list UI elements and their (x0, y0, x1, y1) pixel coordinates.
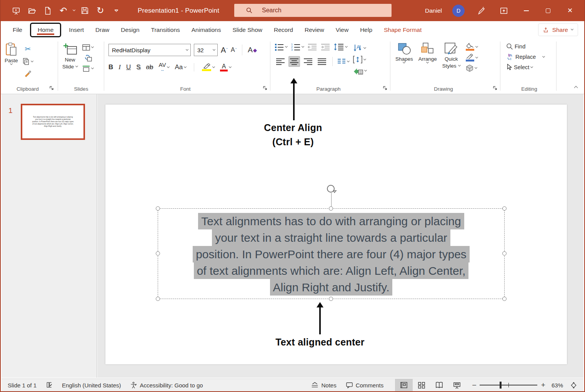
rotate-handle-icon[interactable] (325, 183, 337, 196)
find-button[interactable]: Find (506, 43, 545, 50)
tab-transitions[interactable]: Transitions (145, 23, 186, 37)
clear-formatting-icon[interactable]: A◆ (248, 46, 257, 54)
slide-layout-button[interactable] (82, 44, 93, 51)
strikethrough-button[interactable]: ab (146, 63, 153, 71)
pen-sparkle-icon[interactable] (475, 5, 487, 17)
minimize-button[interactable] (520, 5, 532, 17)
save-icon[interactable] (78, 5, 91, 17)
comments-button[interactable]: Comments (341, 379, 388, 391)
resize-handle-top-right[interactable] (502, 206, 507, 211)
resize-handle-bottom-left[interactable] (156, 297, 160, 301)
zoom-level[interactable]: 63% (549, 379, 565, 391)
columns-button[interactable] (337, 58, 349, 65)
tab-animations[interactable]: Animations (186, 23, 227, 37)
view-slideshow-button[interactable] (448, 379, 466, 391)
tab-insert[interactable]: Insert (63, 23, 90, 37)
accessibility-indicator[interactable]: Accessibility: Good to go (125, 379, 207, 391)
slide-thumbnail[interactable]: Text alignments has to do with arranging… (21, 104, 85, 140)
slide-indicator[interactable]: Slide 1 of 1 (2, 379, 41, 391)
bullets-button[interactable] (275, 43, 287, 51)
font-color-button[interactable]: A (220, 63, 231, 71)
undo-icon[interactable]: ↶ (57, 5, 70, 17)
font-dialog-launcher-icon[interactable] (263, 86, 268, 91)
search-input[interactable] (261, 7, 369, 14)
align-left-button[interactable] (275, 56, 286, 67)
tab-review[interactable]: Review (299, 23, 330, 37)
line-spacing-button[interactable] (334, 43, 347, 51)
bold-button[interactable]: B (108, 63, 113, 71)
resize-handle-middle-right[interactable] (502, 251, 507, 256)
tab-shape-format[interactable]: Shape Format (378, 23, 427, 37)
shape-outline-button[interactable] (466, 54, 478, 61)
start-slideshow-icon[interactable] (10, 5, 22, 17)
align-text-button[interactable] (353, 56, 367, 63)
paste-button[interactable]: Paste (5, 42, 18, 77)
text-direction-button[interactable]: A (353, 44, 367, 52)
share-button[interactable]: Share (538, 23, 578, 36)
shapes-button[interactable]: Shapes (395, 42, 413, 72)
arrange-button[interactable]: Arrange (418, 42, 437, 72)
maximize-button[interactable] (542, 5, 554, 17)
undo-dropdown-icon[interactable] (73, 8, 75, 11)
tab-help[interactable]: Help (354, 23, 378, 37)
zoom-slider[interactable] (480, 385, 537, 385)
ribbon-display-options-icon[interactable] (498, 5, 510, 17)
font-size-combo[interactable] (194, 44, 218, 56)
collapse-ribbon-icon[interactable] (575, 84, 577, 91)
font-size-input[interactable] (197, 47, 208, 54)
clipboard-dialog-launcher-icon[interactable] (49, 86, 54, 91)
font-name-input[interactable] (111, 47, 177, 54)
character-spacing-button[interactable]: AV↔ (159, 62, 170, 72)
resize-handle-bottom-right[interactable] (502, 297, 507, 301)
new-slide-button[interactable]: New Slide (62, 42, 78, 72)
close-button[interactable]: ✕ (564, 5, 576, 17)
tab-record[interactable]: Record (268, 23, 299, 37)
increase-font-size-icon[interactable]: Aˆ (221, 46, 228, 55)
shape-fill-button[interactable] (466, 43, 478, 51)
reset-slide-icon[interactable] (82, 55, 93, 61)
zoom-in-button[interactable]: + (537, 379, 549, 391)
spellcheck-button[interactable] (41, 379, 57, 391)
underline-button[interactable]: U (126, 63, 131, 71)
tab-view[interactable]: View (330, 23, 354, 37)
copy-button[interactable] (23, 58, 33, 65)
slide-text-box[interactable]: Text alignments has to do with arranging… (158, 208, 505, 299)
section-button[interactable] (82, 65, 93, 72)
zoom-slider-thumb[interactable] (500, 382, 502, 389)
select-button[interactable]: Select (506, 64, 545, 71)
tab-slide-show[interactable]: Slide Show (227, 23, 268, 37)
view-slide-sorter-button[interactable] (413, 379, 430, 391)
tab-file[interactable]: File (7, 23, 28, 37)
resize-handle-bottom-center[interactable] (329, 297, 333, 301)
view-reading-button[interactable] (430, 379, 448, 391)
view-normal-button[interactable] (395, 379, 413, 391)
justify-button[interactable] (316, 56, 328, 67)
replace-button[interactable]: bc Replace (506, 53, 545, 60)
highlight-color-button[interactable] (202, 63, 215, 71)
resize-handle-top-center[interactable] (329, 206, 333, 211)
notes-button[interactable]: Notes (307, 379, 341, 391)
redo-icon[interactable]: ↻ (94, 5, 107, 17)
selected-text[interactable]: Text alignments has to do with arranging… (158, 209, 504, 296)
text-shadow-button[interactable]: S (136, 63, 140, 71)
tab-draw[interactable]: Draw (90, 23, 115, 37)
decrease-indent-icon[interactable] (308, 43, 317, 50)
cut-icon[interactable]: ✂ (23, 45, 33, 53)
zoom-out-button[interactable]: − (466, 379, 480, 391)
language-indicator[interactable]: English (United States) (57, 379, 125, 391)
tab-home[interactable]: Home (30, 23, 61, 37)
new-file-icon[interactable] (42, 5, 54, 17)
align-right-button[interactable] (302, 56, 314, 67)
search-box[interactable] (234, 4, 392, 17)
decrease-font-size-icon[interactable]: Aˇ (231, 47, 237, 53)
align-center-button[interactable] (288, 56, 300, 67)
open-file-icon[interactable] (26, 5, 38, 17)
share-dropdown-icon[interactable] (571, 28, 573, 30)
font-name-combo[interactable] (108, 44, 191, 56)
resize-handle-middle-left[interactable] (156, 251, 160, 256)
italic-button[interactable]: I (118, 63, 121, 71)
quick-styles-button[interactable]: Quick Styles (442, 42, 460, 72)
shape-effects-button[interactable] (466, 65, 478, 72)
fit-slide-to-window-button[interactable] (565, 379, 583, 391)
drawing-dialog-launcher-icon[interactable] (493, 86, 498, 91)
